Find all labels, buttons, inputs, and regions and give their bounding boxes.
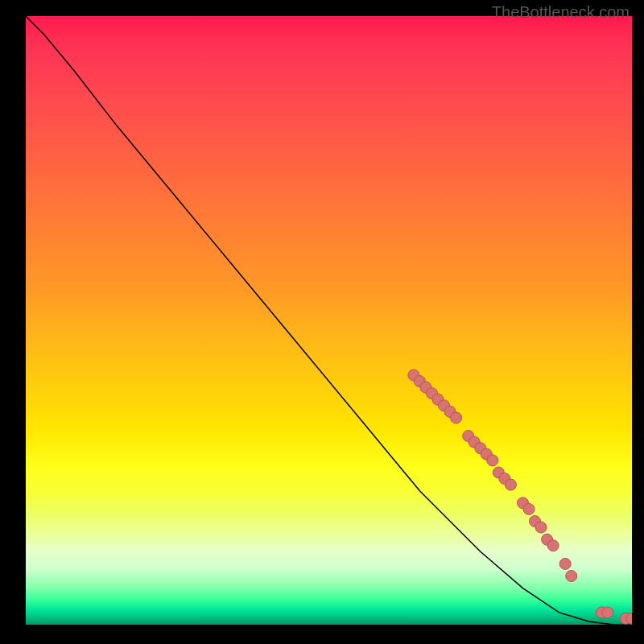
data-point (523, 503, 535, 514)
data-point (602, 607, 613, 618)
watermark-text: TheBottleneck.com (492, 3, 630, 22)
data-point (547, 540, 559, 551)
data-point (487, 455, 498, 466)
data-point (559, 558, 571, 569)
data-point (566, 571, 577, 582)
chart-svg (26, 16, 632, 625)
data-point (505, 479, 516, 490)
curve-line (26, 16, 632, 625)
data-point (451, 412, 462, 423)
data-point (535, 522, 547, 533)
